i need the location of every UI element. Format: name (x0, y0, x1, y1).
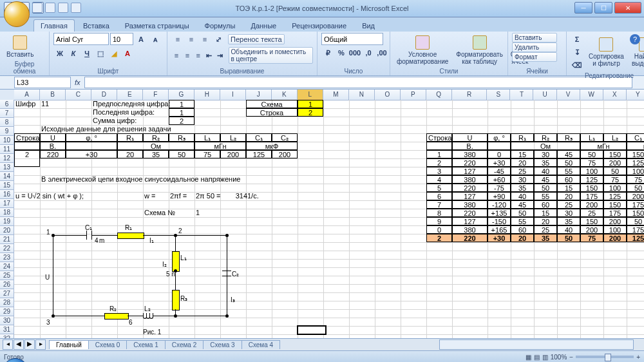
col-header-P[interactable]: P (401, 90, 426, 100)
column-headers[interactable]: ABCDEFGHIJKLMNOPQRSTUVWXYZAAABAC (14, 90, 644, 100)
col-header-X[interactable]: X (603, 90, 627, 100)
cell[interactable]: 125 (603, 192, 627, 200)
cell[interactable]: 380 (452, 225, 488, 234)
col-header-R[interactable]: R (452, 90, 488, 100)
cell[interactable]: 50 (557, 158, 580, 167)
row-header-16[interactable]: 16 (0, 190, 14, 199)
cell[interactable]: R₃ (169, 133, 194, 142)
cell[interactable]: 127 (452, 217, 488, 225)
cell[interactable]: В. (452, 142, 488, 150)
cell[interactable]: 45 (511, 200, 534, 209)
format-cells-button[interactable]: Формат (512, 52, 557, 62)
cell[interactable]: R₂ (143, 133, 169, 142)
cell[interactable]: 35 (511, 184, 534, 192)
cell[interactable]: В электрической цепи входное синусоидаль… (40, 175, 300, 184)
bold-button[interactable]: Ж (53, 47, 66, 60)
col-header-G[interactable]: G (169, 90, 194, 100)
col-header-V[interactable]: V (557, 90, 580, 100)
dec-decimal-icon[interactable]: ,00 (375, 46, 388, 59)
cell[interactable]: 9 (426, 217, 452, 225)
cell[interactable]: 175 (627, 225, 644, 234)
cell[interactable]: Исходные данные для решения задачи (40, 125, 249, 133)
cell[interactable]: L₁ (580, 133, 603, 142)
row-header-8[interactable]: 8 (0, 118, 14, 127)
cell[interactable]: 2π 50 = (194, 192, 223, 200)
border-button[interactable]: ⬚ (94, 47, 107, 60)
row-header-21[interactable]: 21 (0, 235, 14, 244)
cell[interactable] (488, 142, 511, 150)
cell[interactable]: мГн (580, 142, 627, 150)
worksheet-area[interactable]: ABCDEFGHIJKLMNOPQRSTUVWXYZAAABAC 6789101… (0, 90, 644, 338)
cell[interactable]: 0 (426, 225, 452, 234)
cell[interactable]: 175 (603, 209, 627, 217)
cell[interactable]: 200 (580, 225, 603, 234)
cell[interactable]: w = (143, 192, 171, 200)
cell[interactable]: 60 (557, 175, 580, 184)
currency-icon[interactable]: ₽ (321, 46, 334, 59)
cell[interactable]: 200 (603, 158, 627, 167)
view-break-icon[interactable]: ▥ (542, 354, 548, 361)
number-format-combo[interactable]: Общий (321, 33, 383, 45)
cell[interactable]: 30 (511, 175, 534, 184)
cell[interactable]: Схема (246, 100, 298, 108)
cell[interactable]: 1/с. (246, 192, 274, 200)
col-header-S[interactable]: S (487, 90, 510, 100)
cell[interactable]: 40 (557, 225, 580, 234)
col-header-M[interactable]: M (323, 90, 349, 100)
increase-font-icon[interactable]: A (135, 33, 147, 46)
cell[interactable]: 45 (557, 150, 580, 158)
cell[interactable]: 220 (452, 234, 488, 242)
zoom-out-button[interactable]: − (569, 354, 573, 361)
inc-decimal-icon[interactable]: ,0 (362, 46, 375, 59)
cell[interactable]: -45 (488, 167, 511, 175)
cell[interactable]: 75 (627, 175, 644, 184)
cell[interactable]: 200 (603, 234, 627, 242)
help-icon[interactable]: ? (630, 34, 640, 44)
cell[interactable]: 7 (426, 200, 452, 209)
col-header-L[interactable]: L (298, 90, 323, 100)
col-header-J[interactable]: J (246, 90, 272, 100)
cell[interactable]: Последняя цифра: (91, 108, 171, 117)
cell[interactable] (298, 326, 326, 334)
cell[interactable]: 5 (426, 184, 452, 192)
cell[interactable]: 50 (557, 234, 580, 242)
cell[interactable]: 175 (627, 200, 644, 209)
cell[interactable]: 11 (40, 100, 68, 108)
cell[interactable]: 50 (603, 167, 627, 175)
cell[interactable] (66, 142, 117, 150)
cell[interactable]: 20 (117, 150, 143, 158)
cell[interactable]: 2 (426, 234, 452, 242)
ribbon-tab-4[interactable]: Данные (243, 19, 283, 32)
cell[interactable]: 35 (143, 150, 169, 158)
cell[interactable]: 30 (557, 209, 580, 217)
cell[interactable] (14, 142, 40, 150)
cell[interactable]: 125 (246, 150, 272, 158)
cell[interactable]: 6 (426, 192, 452, 200)
cell[interactable]: 380 (452, 175, 488, 184)
cell[interactable]: 1 (426, 150, 452, 158)
cell[interactable]: 50 (534, 184, 557, 192)
cell[interactable]: 200 (220, 150, 246, 158)
zoom-in-button[interactable]: + (636, 354, 640, 361)
cell[interactable]: 40 (511, 192, 534, 200)
percent-icon[interactable]: % (335, 46, 348, 59)
row-header-18[interactable]: 18 (0, 208, 14, 217)
col-header-O[interactable]: O (375, 90, 401, 100)
cell[interactable]: U (40, 133, 66, 142)
name-box[interactable] (14, 77, 71, 88)
comma-icon[interactable]: 000 (348, 46, 361, 59)
cell[interactable]: 20 (557, 192, 580, 200)
cell[interactable]: -75 (488, 184, 511, 192)
row-header-17[interactable]: 17 (0, 199, 14, 208)
cell[interactable]: 45 (534, 175, 557, 184)
col-header-B[interactable]: B (40, 90, 66, 100)
cell[interactable]: 75 (603, 175, 627, 184)
cell[interactable]: 380 (452, 150, 488, 158)
cell[interactable]: 380 (452, 200, 488, 209)
row-header-6[interactable]: 6 (0, 100, 14, 109)
cell[interactable]: мкФ (627, 142, 644, 150)
cell[interactable]: 125 (580, 175, 603, 184)
row-header-11[interactable]: 11 (0, 145, 14, 154)
cell[interactable]: +30 (488, 234, 511, 242)
cell[interactable]: 50 (169, 150, 194, 158)
